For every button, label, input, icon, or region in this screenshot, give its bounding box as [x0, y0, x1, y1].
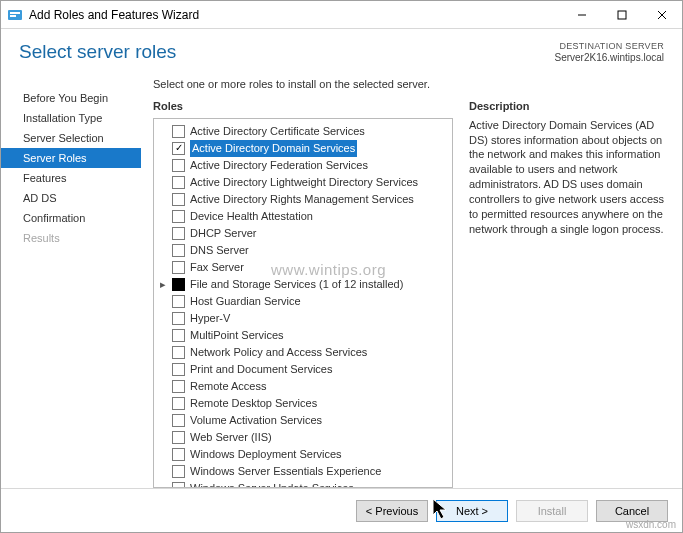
role-checkbox[interactable] — [172, 125, 185, 138]
role-item[interactable]: Fax Server — [156, 259, 450, 276]
role-label: Windows Server Essentials Experience — [190, 463, 381, 480]
svg-rect-1 — [10, 12, 20, 14]
role-item[interactable]: Active Directory Lightweight Directory S… — [156, 174, 450, 191]
role-checkbox[interactable] — [172, 295, 185, 308]
sidebar-item-before-you-begin[interactable]: Before You Begin — [1, 88, 141, 108]
svg-rect-2 — [10, 15, 16, 17]
role-label: Active Directory Lightweight Directory S… — [190, 174, 418, 191]
install-label: Install — [538, 505, 567, 517]
role-checkbox[interactable] — [172, 380, 185, 393]
role-checkbox[interactable] — [172, 329, 185, 342]
role-checkbox[interactable] — [172, 244, 185, 257]
role-checkbox[interactable] — [172, 227, 185, 240]
role-item[interactable]: Active Directory Federation Services — [156, 157, 450, 174]
role-item[interactable]: Windows Server Update Services — [156, 480, 450, 488]
close-button[interactable] — [642, 1, 682, 28]
role-item[interactable]: Active Directory Certificate Services — [156, 123, 450, 140]
content-columns: Roles Active Directory Certificate Servi… — [153, 100, 666, 488]
role-label: Host Guardian Service — [190, 293, 301, 310]
role-checkbox[interactable] — [172, 278, 185, 291]
role-label: Fax Server — [190, 259, 244, 276]
expander-icon[interactable]: ▸ — [158, 276, 167, 293]
window-title: Add Roles and Features Wizard — [29, 8, 562, 22]
description-header: Description — [469, 100, 666, 112]
wizard-body: Before You BeginInstallation TypeServer … — [1, 70, 682, 488]
role-checkbox[interactable] — [172, 193, 185, 206]
wizard-footer: < Previous Next > Install Cancel — [1, 488, 682, 532]
role-item[interactable]: Remote Desktop Services — [156, 395, 450, 412]
previous-button[interactable]: < Previous — [356, 500, 428, 522]
role-item[interactable]: Remote Access — [156, 378, 450, 395]
next-label: Next > — [456, 505, 488, 517]
maximize-button[interactable] — [602, 1, 642, 28]
sidebar-item-confirmation[interactable]: Confirmation — [1, 208, 141, 228]
sidebar-item-server-selection[interactable]: Server Selection — [1, 128, 141, 148]
role-item[interactable]: Active Directory Domain Services — [156, 140, 450, 157]
role-checkbox[interactable] — [172, 142, 185, 155]
wizard-window: Add Roles and Features Wizard Select ser… — [0, 0, 683, 533]
destination-value: Server2K16.wintips.local — [555, 52, 665, 64]
next-button[interactable]: Next > — [436, 500, 508, 522]
roles-column: Roles Active Directory Certificate Servi… — [153, 100, 453, 488]
role-label: Web Server (IIS) — [190, 429, 272, 446]
role-checkbox[interactable] — [172, 176, 185, 189]
role-checkbox[interactable] — [172, 448, 185, 461]
roles-header: Roles — [153, 100, 453, 112]
role-item[interactable]: DNS Server — [156, 242, 450, 259]
role-item[interactable]: Network Policy and Access Services — [156, 344, 450, 361]
window-controls — [562, 1, 682, 28]
role-label: File and Storage Services (1 of 12 insta… — [190, 276, 403, 293]
role-label: Windows Deployment Services — [190, 446, 342, 463]
instruction-text: Select one or more roles to install on t… — [153, 78, 666, 90]
wizard-content: Select one or more roles to install on t… — [141, 70, 682, 488]
role-item[interactable]: DHCP Server — [156, 225, 450, 242]
role-checkbox[interactable] — [172, 397, 185, 410]
role-item[interactable]: MultiPoint Services — [156, 327, 450, 344]
role-checkbox[interactable] — [172, 261, 185, 274]
role-checkbox[interactable] — [172, 210, 185, 223]
role-item[interactable]: Hyper-V — [156, 310, 450, 327]
role-label: Active Directory Domain Services — [190, 140, 357, 157]
cancel-label: Cancel — [615, 505, 649, 517]
role-checkbox[interactable] — [172, 431, 185, 444]
description-text: Active Directory Domain Services (AD DS)… — [469, 118, 666, 237]
role-label: Device Health Attestation — [190, 208, 313, 225]
cancel-button[interactable]: Cancel — [596, 500, 668, 522]
description-column: Description Active Directory Domain Serv… — [469, 100, 666, 488]
role-label: DNS Server — [190, 242, 249, 259]
role-checkbox[interactable] — [172, 465, 185, 478]
svg-rect-4 — [618, 11, 626, 19]
role-checkbox[interactable] — [172, 312, 185, 325]
sidebar-item-features[interactable]: Features — [1, 168, 141, 188]
role-item[interactable]: ▸File and Storage Services (1 of 12 inst… — [156, 276, 450, 293]
role-item[interactable]: Active Directory Rights Management Servi… — [156, 191, 450, 208]
sidebar-item-installation-type[interactable]: Installation Type — [1, 108, 141, 128]
role-checkbox[interactable] — [172, 346, 185, 359]
role-label: Active Directory Rights Management Servi… — [190, 191, 414, 208]
wizard-sidebar: Before You BeginInstallation TypeServer … — [1, 70, 141, 488]
role-item[interactable]: Host Guardian Service — [156, 293, 450, 310]
role-item[interactable]: Windows Server Essentials Experience — [156, 463, 450, 480]
minimize-button[interactable] — [562, 1, 602, 28]
role-label: MultiPoint Services — [190, 327, 284, 344]
role-item[interactable]: Volume Activation Services — [156, 412, 450, 429]
install-button: Install — [516, 500, 588, 522]
role-label: DHCP Server — [190, 225, 256, 242]
role-label: Volume Activation Services — [190, 412, 322, 429]
page-title: Select server roles — [19, 41, 176, 63]
sidebar-item-server-roles[interactable]: Server Roles — [1, 148, 141, 168]
destination-label: DESTINATION SERVER — [555, 41, 665, 52]
role-item[interactable]: Device Health Attestation — [156, 208, 450, 225]
role-label: Network Policy and Access Services — [190, 344, 367, 361]
role-item[interactable]: Print and Document Services — [156, 361, 450, 378]
role-checkbox[interactable] — [172, 363, 185, 376]
role-item[interactable]: Web Server (IIS) — [156, 429, 450, 446]
role-label: Remote Access — [190, 378, 266, 395]
role-label: Print and Document Services — [190, 361, 332, 378]
role-item[interactable]: Windows Deployment Services — [156, 446, 450, 463]
roles-listbox[interactable]: Active Directory Certificate ServicesAct… — [153, 118, 453, 488]
app-icon — [7, 7, 23, 23]
role-checkbox[interactable] — [172, 159, 185, 172]
sidebar-item-ad-ds[interactable]: AD DS — [1, 188, 141, 208]
role-checkbox[interactable] — [172, 414, 185, 427]
